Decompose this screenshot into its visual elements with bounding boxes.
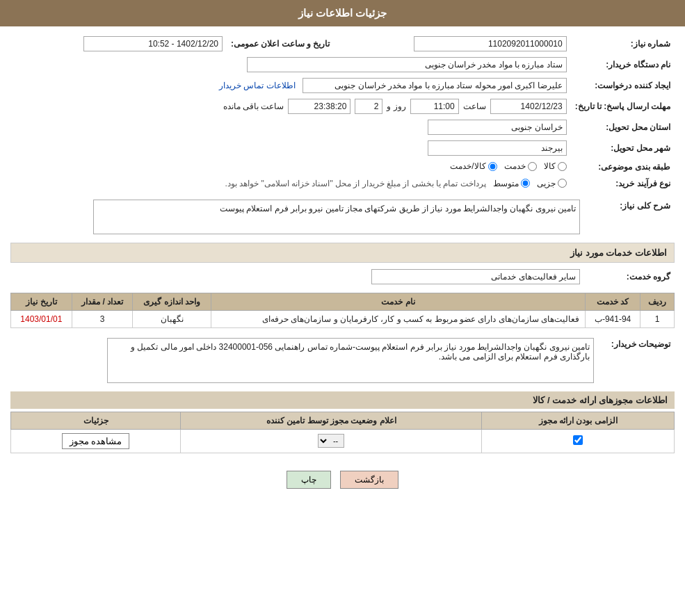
col-code: کد خدمت [586, 293, 640, 310]
info-table: شماره نیاز: 1102092011000010 تاریخ و ساع… [10, 33, 675, 191]
buyer-notes-section: توضیحات خریدار: تامین نیروی نگهبان واجدا… [10, 335, 675, 386]
purchase-jozee-option[interactable]: جزیی [537, 179, 567, 188]
category-radio-group: کالا خدمت کالا/خدمت [450, 161, 566, 171]
request-number-value: 1102092011000010 [414, 36, 567, 51]
delivery-province-label: استان محل تحویل: [571, 117, 675, 138]
permissions-table: الزامی بودن ارائه مجوز اعلام وضعیت مجوز … [10, 412, 675, 453]
delivery-city-value: بیرجند [428, 140, 567, 156]
purchase-note: پرداخت تمام یا بخشی از مبلغ خریدار از مح… [225, 179, 485, 188]
request-number-label: شماره نیاز: [571, 33, 675, 54]
page-wrapper: جزئیات اطلاعات نیاز شماره نیاز: 11020920… [0, 0, 685, 616]
general-desc-section: شرح کلی نیاز: تامین نیروی نگهبان واجدالش… [10, 197, 675, 237]
cell-name: فعالیت‌های سازمان‌های دارای عضو مربوط به… [211, 310, 585, 327]
cell-unit: نگهبان [133, 310, 211, 327]
list-item: -- مشاهده مجوز [11, 429, 675, 453]
perm-col-details: جزئیات [11, 412, 181, 429]
perm-status-cell: -- [181, 429, 482, 453]
col-date: تاریخ نیاز [11, 293, 72, 310]
permissions-section-header: اطلاعات مجوزهای ارائه خدمت / کالا [10, 391, 675, 409]
general-desc-label: شرح کلی نیاز: [584, 197, 675, 237]
reply-day-value: 2 [355, 99, 382, 114]
bottom-buttons: بازگشت چاپ [10, 460, 675, 499]
buyer-org-label: نام دستگاه خریدار: [571, 54, 675, 75]
service-group-table: گروه خدمت: سایر فعالیت‌های خدماتی [10, 266, 675, 287]
category-khedmat-option[interactable]: خدمت [504, 161, 537, 171]
page-title: جزئیات اطلاعات نیاز [0, 0, 685, 26]
col-qty: تعداد / مقدار [72, 293, 133, 310]
cell-qty: 3 [72, 310, 133, 327]
service-group-label: گروه خدمت: [584, 266, 675, 287]
announce-datetime-label: تاریخ و ساعت اعلان عمومی: [227, 33, 334, 54]
reply-remaining-label: ساعت باقی مانده [223, 102, 284, 111]
cell-code: 941-94-ب [586, 310, 640, 327]
cell-date: 1403/01/01 [11, 310, 72, 327]
reply-deadline-label: مهلت ارسال پاسخ: تا تاریخ: [571, 96, 675, 117]
table-row: 1 941-94-ب فعالیت‌های سازمان‌های دارای ع… [11, 310, 675, 327]
category-kala-option[interactable]: کالا [544, 161, 567, 171]
reply-day-label: روز و [387, 102, 405, 111]
creator-value: علیرضا اکبری امور محوله ستاد مبارزه با م… [303, 78, 567, 93]
main-content: شماره نیاز: 1102092011000010 تاریخ و ساع… [0, 26, 685, 506]
reply-remaining-value: 23:38:20 [288, 99, 350, 114]
general-desc-value: تامین نیروی نگهبان واجدالشرایط مورد نیاز… [93, 200, 580, 234]
cell-row: 1 [640, 310, 675, 327]
col-name: نام خدمت [211, 293, 585, 310]
back-button[interactable]: بازگشت [340, 471, 398, 489]
service-table: ردیف کد خدمت نام خدمت واحد اندازه گیری ت… [10, 293, 675, 328]
delivery-province-value: خراسان جنوبی [428, 120, 567, 135]
creator-label: ایجاد کننده درخواست: [571, 75, 675, 96]
services-section-header: اطلاعات خدمات مورد نیاز [10, 243, 675, 263]
reply-date-value: 1402/12/23 [490, 99, 567, 114]
col-row: ردیف [640, 293, 675, 310]
purchase-type-label: نوع فرآیند خرید: [571, 176, 675, 191]
reply-time-value: 11:00 [410, 99, 459, 114]
perm-col-required: الزامی بودن ارائه مجوز [482, 412, 675, 429]
purchase-motavaset-option[interactable]: متوسط [493, 179, 530, 188]
announce-datetime-value: 1402/12/20 - 10:52 [83, 36, 223, 51]
perm-details-cell: مشاهده مجوز [11, 429, 181, 453]
view-permit-button[interactable]: مشاهده مجوز [62, 433, 130, 449]
category-kala-khedmat-option[interactable]: کالا/خدمت [450, 161, 497, 171]
col-unit: واحد اندازه گیری [133, 293, 211, 310]
delivery-city-label: شهر محل تحویل: [571, 138, 675, 159]
buyer-org-value: ستاد مبارزه با مواد مخدر خراسان جنوبی [247, 57, 567, 72]
perm-required-cell [482, 429, 675, 453]
creator-contact-link[interactable]: اطلاعات تماس خریدار [219, 81, 296, 90]
perm-required-checkbox[interactable] [573, 435, 583, 445]
reply-time-label: ساعت [463, 102, 486, 111]
perm-status-select[interactable]: -- [318, 434, 344, 448]
service-group-value: سایر فعالیت‌های خدماتی [371, 269, 580, 284]
buyer-notes-label: توضیحات خریدار: [598, 335, 675, 386]
perm-col-status: اعلام وضعیت مجوز توسط تامین کننده [181, 412, 482, 429]
buyer-notes-value: تامین نیروی نگهبان واجدالشرایط مورد نیاز… [107, 338, 594, 383]
print-button[interactable]: چاپ [287, 471, 331, 489]
category-label: طبقه بندی موضوعی: [571, 159, 675, 176]
